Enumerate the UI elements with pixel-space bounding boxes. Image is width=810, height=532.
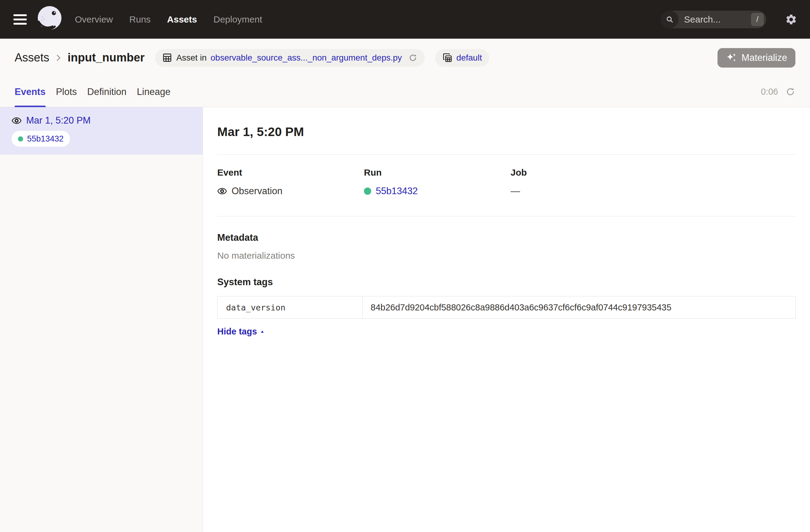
- materialize-button-label: Materialize: [742, 52, 787, 63]
- run-success-dot: [364, 188, 371, 195]
- asset-location-prefix: Asset in: [176, 53, 207, 63]
- event-list-item[interactable]: Mar 1, 5:20 PM 55b13432: [0, 107, 202, 155]
- nav-item-assets[interactable]: Assets: [167, 14, 197, 25]
- repository-pill: default: [435, 49, 489, 67]
- dagster-logo-icon[interactable]: [35, 5, 65, 34]
- event-timestamp-link[interactable]: Mar 1, 5:20 PM: [26, 115, 91, 126]
- metadata-empty-message: No materializations: [217, 251, 796, 261]
- observation-eye-icon: [12, 116, 21, 126]
- asset-definition-file-link[interactable]: observable_source_ass..._non_argument_de…: [211, 53, 402, 63]
- run-id-link[interactable]: 55b13432: [376, 186, 418, 197]
- job-column-label: Job: [511, 167, 657, 178]
- reload-definition-icon[interactable]: [408, 53, 418, 62]
- sparkle-icon: [726, 52, 737, 63]
- tabs-bar: Events Plots Definition Lineage 0:06: [0, 77, 810, 107]
- run-id-badge[interactable]: 55b13432: [12, 131, 70, 147]
- asset-location-pill: Asset in observable_source_ass..._non_ar…: [155, 49, 424, 67]
- run-id-badge-label: 55b13432: [27, 134, 64, 144]
- repository-link[interactable]: default: [456, 53, 482, 63]
- tag-key-cell: data_version: [217, 296, 363, 319]
- tab-definition[interactable]: Definition: [87, 77, 127, 107]
- page-header: Assets input_number Asset in observable_…: [0, 39, 810, 77]
- page-title: input_number: [67, 51, 145, 64]
- breadcrumb-assets-link[interactable]: Assets: [15, 51, 49, 64]
- table-row: data_version 84b26d7d9204cbf588026c8a988…: [217, 296, 796, 319]
- top-nav: Overview Runs Assets Deployment /: [0, 0, 810, 39]
- run-column-label: Run: [364, 167, 511, 178]
- divider: [217, 154, 796, 155]
- hide-tags-label: Hide tags: [217, 326, 257, 337]
- observation-eye-icon: [217, 186, 227, 196]
- system-tags-table: data_version 84b26d7d9204cbf588026c8a988…: [217, 296, 796, 319]
- asset-table-icon: [162, 53, 172, 63]
- event-detail-panel: Mar 1, 5:20 PM Event Observation Run: [203, 107, 810, 532]
- job-empty-value: —: [511, 186, 520, 197]
- chevron-right-icon: [53, 53, 63, 63]
- event-column: Event Observation: [217, 167, 364, 197]
- nav-item-overview[interactable]: Overview: [75, 14, 113, 25]
- refresh-countdown: 0:06: [761, 87, 778, 97]
- event-type-value: Observation: [231, 186, 282, 197]
- nav-right: /: [661, 11, 797, 28]
- refresh-icon[interactable]: [785, 87, 795, 97]
- event-column-label: Event: [217, 167, 364, 178]
- repo-grid-icon: [442, 53, 452, 63]
- tab-plots[interactable]: Plots: [56, 77, 77, 107]
- search-box[interactable]: /: [661, 11, 766, 28]
- search-input[interactable]: [683, 14, 751, 25]
- materialize-button[interactable]: Materialize: [717, 48, 795, 68]
- settings-gear-icon[interactable]: [785, 13, 797, 26]
- event-detail-title: Mar 1, 5:20 PM: [217, 125, 796, 139]
- job-column: Job —: [511, 167, 657, 197]
- primary-nav: Overview Runs Assets Deployment: [75, 14, 262, 25]
- menu-icon[interactable]: [13, 14, 27, 25]
- run-column: Run 55b13432: [364, 167, 511, 197]
- nav-item-deployment[interactable]: Deployment: [213, 14, 262, 25]
- content-area: Mar 1, 5:20 PM 55b13432 Mar 1, 5:20 PM E…: [0, 107, 810, 532]
- tab-events[interactable]: Events: [15, 77, 46, 107]
- caret-up-icon: [260, 329, 265, 334]
- system-tags-heading: System tags: [217, 277, 796, 288]
- divider: [217, 216, 796, 216]
- run-success-dot: [18, 136, 23, 142]
- nav-item-runs[interactable]: Runs: [129, 14, 151, 25]
- search-shortcut-key: /: [751, 13, 764, 26]
- metadata-heading: Metadata: [217, 232, 796, 243]
- tab-lineage[interactable]: Lineage: [137, 77, 171, 107]
- hide-tags-link[interactable]: Hide tags: [217, 326, 265, 337]
- refresh-status: 0:06: [761, 87, 795, 97]
- tag-value-cell: 84b26d7d9204cbf588026c8a9886d403a6c9637c…: [363, 296, 796, 319]
- event-list-sidebar: Mar 1, 5:20 PM 55b13432: [0, 107, 203, 532]
- search-icon: [661, 11, 679, 28]
